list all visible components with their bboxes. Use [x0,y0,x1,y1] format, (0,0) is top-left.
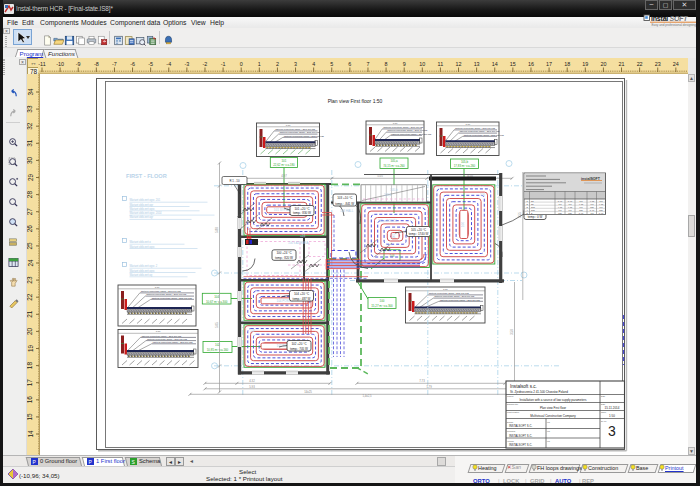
svg-text:Prepared: Prepared [507,430,515,432]
svg-text:1,4x2,5: 1,4x2,5 [362,394,372,398]
svg-text:15: 15 [27,413,34,421]
svg-text:R 1 - 10: R 1 - 10 [230,179,240,183]
svg-text:For: For [547,430,550,432]
svg-text:-2: -2 [203,61,208,67]
svg-text:St. Zjednoczenia 2 41-500 Chor: St. Zjednoczenia 2 41-500 Chorzów Poland [510,390,568,394]
svg-text:21: 21 [27,310,34,318]
svg-text:22: 22 [27,293,34,301]
svg-text:1:50: 1:50 [609,414,615,418]
svg-text:104: 104 [214,295,219,299]
svg-text:Jastrych cementowy 65mm + EPS: Jastrych cementowy 65mm + EPS 100 038 [141,290,182,292]
svg-text:32: 32 [27,122,34,130]
svg-text:Wariant obliczeń ogrz. 201: Wariant obliczeń ogrz. 201 [130,198,161,202]
svg-text:Wariant obliczeń ogrz.: Wariant obliczeń ogrz. [130,269,156,273]
svg-text:5: 5 [330,61,333,67]
svg-text:17,83 m² v.a.260: 17,83 m² v.a.260 [454,164,476,168]
svg-text:20: 20 [600,61,606,67]
svg-text:103 HALL: 103 HALL [340,209,354,213]
svg-text:Plant location: Plant location [507,411,519,413]
svg-text:Wariant obliczeń ogrz.: Wariant obliczeń ogrz. [130,245,156,249]
svg-text:temp.: 1740 W: temp.: 1740 W [409,232,429,236]
svg-text:5.80: 5.80 [215,227,219,233]
svg-text:SOFT: SOFT [670,15,689,22]
svg-text:Verified: Verified [507,440,514,442]
svg-text:3: 3 [608,423,616,439]
svg-text:15: 15 [510,61,516,67]
svg-text:2: 2 [276,61,279,67]
svg-text:Installation with a source of: Installation with a source of low supply… [519,398,587,402]
svg-text:105,b: 105,b [390,188,398,192]
svg-text:INSTALSOFT S.C.: INSTALSOFT S.C. [509,443,532,447]
svg-text:105,a: 105,a [390,159,398,163]
svg-text:INSTALSOFT S.C.: INSTALSOFT S.C. [509,434,532,438]
svg-text:1:10: 1:10 [155,286,160,289]
svg-text:Jastrych cementowy 65mm + EPS: Jastrych cementowy 65mm + EPS 100 038 [152,297,193,299]
svg-text:Jastrych cementowy 65mm + EPS: Jastrych cementowy 65mm + EPS 100 038 [459,130,500,132]
svg-text:temp.: -841 W: temp.: -841 W [335,202,354,206]
svg-text:Easy and professional designin: Easy and professional designing [651,23,696,27]
svg-text:temp.: 487 W: temp.: 487 W [293,297,311,301]
svg-text:FIRST - FLOOR: FIRST - FLOOR [126,173,167,179]
svg-text:-7: -7 [112,61,117,67]
svg-text:0: 0 [240,61,243,67]
svg-text:1:10: 1:10 [465,123,470,126]
svg-text:temp.: 0 W: temp.: 0 W [528,215,543,219]
svg-text:Wariant obliczeń ogrz. 2014: Wariant obliczeń ogrz. 2014 [130,211,163,215]
svg-text:7: 7 [366,61,369,67]
svg-text:Project: Project [507,395,514,397]
svg-text:+24: +24 [300,234,305,238]
svg-text:-8: -8 [94,61,99,67]
svg-text:Wariant obliczeń o: Wariant obliczeń o [130,240,152,244]
svg-text:Dr. no: Dr. no [601,420,607,422]
svg-text:Jastrych cementowy 65mm + EPS: Jastrych cementowy 65mm + EPS 100 038 [280,131,321,133]
svg-text:16: 16 [528,61,534,67]
svg-text:5.93: 5.93 [249,385,255,389]
svg-text:Jastrych cementowy 65mm + EPS: Jastrych cementowy 65mm + EPS 100 038 [147,338,188,340]
svg-text:-3: -3 [184,61,189,67]
svg-text:19: 19 [27,345,34,353]
svg-text:-5: -5 [148,61,153,67]
svg-text:105,b: 105,b [384,193,392,197]
svg-text:26: 26 [27,225,34,233]
svg-text:Wariant obliczeń ogr: Wariant obliczeń ogr [130,203,154,207]
svg-text:6: 6 [348,61,351,67]
svg-text:1: 1 [258,61,261,67]
svg-text:Design: Design [507,421,513,423]
svg-text:Wariant obliczeń og: Wariant obliczeń og [130,273,153,277]
svg-text:23: 23 [27,276,34,284]
svg-text:4.97: 4.97 [281,174,287,178]
svg-text:16: 16 [27,396,34,404]
svg-text:-4: -4 [166,61,171,67]
svg-text:1:10: 1:10 [156,330,161,333]
svg-text:instal: instal [651,15,668,22]
svg-text:18: 18 [27,362,34,370]
svg-text:Wariant obliczeń ogr: Wariant obliczeń ogr [130,215,154,219]
svg-text:temp.: 820 W: temp.: 820 W [275,256,293,260]
svg-text:10: 10 [419,61,425,67]
svg-text:106: 106 [480,193,485,197]
svg-text:13: 13 [474,61,480,67]
svg-text:INSTALSOFT S.C.: INSTALSOFT S.C. [509,424,532,428]
svg-text:100 ŁAZIENKA: 100 ŁAZIENKA [288,241,308,245]
svg-text:7.73: 7.73 [419,379,425,383]
svg-text:Jastrych cementowy 65mm + EPS: Jastrych cementowy 65mm + EPS 100 038 [429,292,470,294]
svg-text:30: 30 [27,156,34,164]
svg-text:Jastrych cementowy 65mm + EPS: Jastrych cementowy 65mm + EPS 100 038 [391,133,432,135]
svg-text:22,62 m² v.a.180: 22,62 m² v.a.180 [273,163,295,167]
svg-text:1:10: 1:10 [286,124,291,127]
svg-text:15.11.2014: 15.11.2014 [605,406,620,410]
svg-text:7.79: 7.79 [426,385,432,389]
svg-text:105: 105 [392,233,396,238]
svg-text:102: 102 [250,329,255,333]
svg-text:Jastrych cementowy 65mm + EPS: Jastrych cementowy 65mm + EPS 100 038 [464,134,505,136]
svg-text:21: 21 [619,61,625,67]
svg-text:Multivisual Construction Compa: Multivisual Construction Company [530,414,576,418]
svg-text:Wariant obliczeń ogrz.: Wariant obliczeń ogrz. [130,207,156,211]
svg-text:10,67 m² v.a.300: 10,67 m² v.a.300 [206,300,228,304]
svg-text:Scale: Scale [601,411,607,413]
svg-text:Jastrych cementowy 65mm + EPS: Jastrych cementowy 65mm + EPS 100 038 [383,126,424,128]
svg-text:14: 14 [492,61,498,67]
svg-text:100: 100 [380,299,385,303]
svg-text:5.05: 5.05 [215,322,219,328]
svg-text:3: 3 [294,61,297,67]
